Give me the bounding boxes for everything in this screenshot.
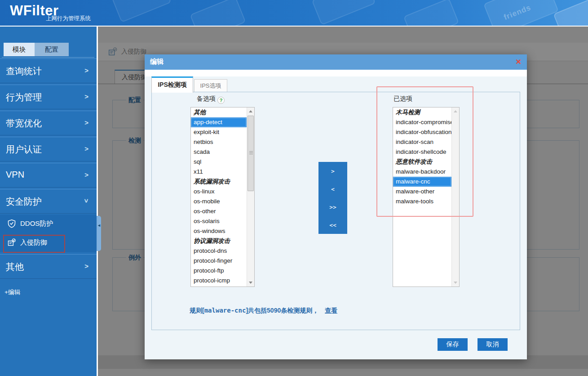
list-item[interactable]: indicator-scan — [393, 137, 451, 147]
dialog-titlebar[interactable]: 编辑 ✕ — [145, 54, 527, 70]
sidebar-menu-item[interactable]: 用户认证 > — [0, 137, 97, 161]
close-icon[interactable]: ✕ — [516, 58, 522, 67]
sidebar-tab-modules[interactable]: 模块 — [4, 43, 35, 56]
list-item-label: malware-backdoor — [396, 168, 446, 175]
scrollbar[interactable] — [451, 107, 459, 286]
list-item-label: protocol-finger — [194, 257, 232, 264]
scroll-down-icon[interactable] — [452, 279, 459, 286]
list-item[interactable]: 木马检测 — [393, 107, 451, 117]
transfer-buttons: > < >> << — [318, 162, 347, 234]
sidebar-tab-config[interactable]: 配置 — [35, 43, 69, 56]
save-button[interactable]: 保存 — [438, 338, 468, 351]
scroll-up-icon[interactable] — [452, 107, 459, 115]
transfer-button[interactable]: >> — [318, 198, 347, 216]
list-item-label: protocol-icmp — [194, 277, 230, 284]
list-item-label: sql — [194, 158, 201, 165]
list-item[interactable]: sql — [191, 157, 247, 167]
list-item-label: x11 — [194, 168, 203, 175]
list-item[interactable]: 系统漏洞攻击 — [191, 177, 247, 187]
list-item[interactable]: malware-cnc — [393, 177, 451, 187]
selected-label: 已选项 — [393, 95, 412, 103]
list-item-label: protocol-ftp — [194, 267, 224, 274]
sidebar-item-ddos[interactable]: DDOS防护 — [0, 215, 97, 233]
sidebar-menu-item-label: 其他 — [6, 261, 24, 273]
list-item[interactable]: 协议漏洞攻击 — [191, 236, 247, 246]
sidebar-item-intrusion[interactable]: 入侵防御 — [0, 233, 97, 252]
list-item[interactable]: scada — [191, 147, 247, 157]
list-item-label: indicator-shellcode — [396, 148, 447, 155]
tab-ips-detect[interactable]: IPS检测项 — [151, 76, 193, 93]
rule-note-after: ]共包括5090条检测规则， — [246, 307, 318, 314]
list-item-label: 木马检测 — [396, 109, 420, 116]
keyboard-key-decoration — [403, 0, 459, 26]
sidebar-menu-item-label: 行为管理 — [6, 91, 42, 103]
list-item[interactable]: exploit-kit — [191, 127, 247, 137]
list-item-label: malware-cnc — [396, 178, 430, 185]
dialog-title: 编辑 — [150, 58, 164, 66]
list-item[interactable]: protocol-icmp — [191, 276, 247, 286]
sidebar-menu-item[interactable]: 安全防护 > — [0, 189, 97, 214]
sidebar-menu-item-label: 安全防护 — [6, 196, 42, 208]
list-item[interactable]: malware-backdoor — [393, 167, 451, 177]
list-item-label: malware-tools — [396, 198, 433, 205]
sidebar-submenu: DDOS防护 入侵防御 — [0, 215, 97, 252]
list-item-label: indicator-compromise — [396, 119, 451, 125]
scrollbar[interactable] — [247, 107, 254, 286]
tab-ips-options[interactable]: IPS选项 — [194, 79, 227, 93]
list-item-label: os-other — [194, 208, 216, 215]
titlebar-gap — [145, 70, 527, 76]
sidebar-menu-item[interactable]: 带宽优化 > — [0, 111, 97, 135]
list-item[interactable]: x11 — [191, 167, 247, 177]
candidates-label-text: 备选项 — [197, 95, 216, 102]
dialog-panel: 备选项? 已选项 其他 app-detect exploit-kit — [151, 92, 520, 330]
list-item-label: app-detect — [194, 119, 222, 125]
list-item[interactable]: 其他 — [191, 107, 247, 117]
list-item-label: protocol-dns — [194, 247, 227, 254]
transfer-button[interactable]: > — [318, 162, 347, 180]
list-item[interactable]: os-windows — [191, 226, 247, 236]
list-item-label: 其他 — [194, 109, 206, 116]
view-link[interactable]: 查看 — [325, 307, 337, 314]
scroll-down-icon[interactable] — [247, 279, 254, 286]
scrollbar-thumb[interactable] — [248, 116, 254, 191]
list-item[interactable]: os-other — [191, 206, 247, 216]
sidebar-edit-link[interactable]: +编辑 — [4, 288, 20, 296]
list-item[interactable]: malware-tools — [393, 197, 451, 206]
transfer-button[interactable]: << — [318, 216, 347, 234]
scroll-up-icon[interactable] — [247, 107, 254, 115]
sidebar-menu-item[interactable]: 行为管理 > — [0, 85, 97, 109]
list-item-label: indicator-obfuscation — [396, 129, 451, 135]
keyboard-key-decoration — [553, 0, 588, 26]
list-item[interactable]: indicator-shellcode — [393, 147, 451, 157]
list-item[interactable]: 恶意软件攻击 — [393, 157, 451, 167]
sidebar-menu-item[interactable]: VPN > — [0, 163, 97, 188]
list-item-label: os-solaris — [194, 218, 220, 224]
help-icon[interactable]: ? — [217, 97, 225, 104]
collapse-left-icon: ◄ — [97, 223, 101, 228]
list-item-label: scada — [194, 148, 210, 155]
list-item-label: 系统漏洞攻击 — [194, 178, 230, 185]
sidebar-menu-item-label: 查询统计 — [6, 65, 42, 77]
list-item[interactable]: indicator-compromise — [393, 117, 451, 127]
list-item[interactable]: protocol-finger — [191, 256, 247, 266]
list-item[interactable]: protocol-imap — [191, 286, 247, 286]
sidebar-menu-item-other[interactable]: 其他 > — [0, 254, 97, 279]
keyboard-key-decoration — [311, 0, 376, 25]
list-item[interactable]: os-mobile — [191, 197, 247, 206]
sidebar-item-label: 入侵防御 — [20, 238, 47, 247]
list-item[interactable]: os-solaris — [191, 216, 247, 226]
list-item[interactable]: indicator-obfuscation — [393, 127, 451, 137]
list-item[interactable]: netbios — [191, 137, 247, 147]
list-item[interactable]: protocol-dns — [191, 246, 247, 256]
list-item[interactable]: os-linux — [191, 187, 247, 197]
list-item[interactable]: malware-other — [393, 187, 451, 197]
sidebar-menu-item[interactable]: 查询统计 > — [0, 58, 97, 83]
rule-note-before: 规则[ — [190, 307, 204, 314]
app-subtitle: 上网行为管理系统 — [46, 15, 91, 22]
transfer-button[interactable]: < — [318, 180, 347, 198]
list-item[interactable]: protocol-ftp — [191, 266, 247, 276]
cancel-button[interactable]: 取消 — [477, 338, 508, 351]
list-item[interactable]: app-detect — [191, 117, 247, 127]
sidebar-collapse-handle[interactable]: ◄ — [97, 216, 101, 251]
candidates-listbox: 其他 app-detect exploit-kit netbios — [190, 107, 255, 287]
